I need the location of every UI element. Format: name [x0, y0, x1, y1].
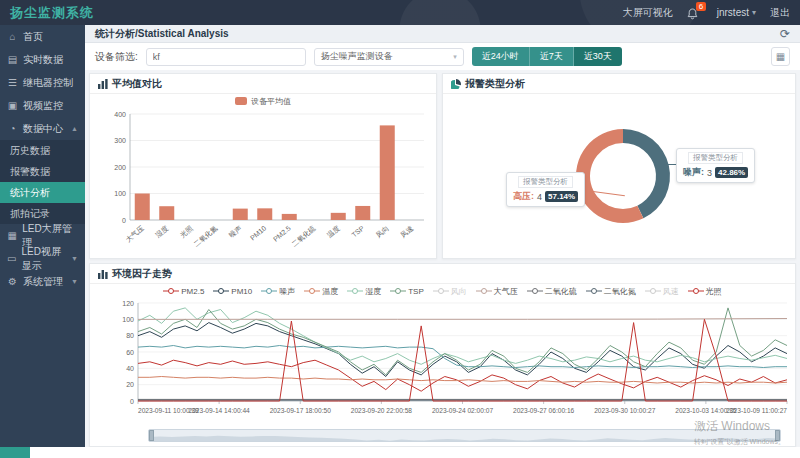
- environment-trend-panel: 环境因子走势 PM2.5PM10噪声温度湿度TSP风向大气压二氧化硫二氧化氮风速…: [89, 263, 796, 447]
- sidebar-item-label: 数据中心: [23, 122, 63, 136]
- range-button-近7天[interactable]: 近7天: [530, 47, 574, 66]
- refresh-icon[interactable]: ⟳: [780, 28, 790, 40]
- legend-item-噪声[interactable]: 噪声: [261, 286, 295, 297]
- legend-item-PM2.5[interactable]: PM2.5: [163, 287, 204, 296]
- svg-text:二氧化硫: 二氧化硫: [290, 224, 317, 248]
- bar-PM2.5[interactable]: [282, 214, 297, 220]
- datazoom-slider[interactable]: [148, 429, 781, 442]
- svg-text:噪声: 噪声: [228, 224, 243, 238]
- sidebar-item-首页[interactable]: ⌂首页: [0, 25, 85, 48]
- tooltip-header: 报警类型分析: [518, 176, 573, 188]
- svg-text:200: 200: [114, 164, 126, 171]
- big-screen-link[interactable]: 大屏可视化: [623, 6, 673, 20]
- app-root: 扬尘监测系统 大屏可视化 6 jnrstest ▾ 退出 ⌂首页▤实时数据☰继电…: [0, 0, 800, 458]
- legend-item-风速[interactable]: 风速: [645, 286, 679, 297]
- average-comparison-panel: 平均值对比 设备平均值 0100200300400大气压湿度光照二氧化氮噪声PM…: [89, 73, 437, 259]
- sidebar-item-报警数据[interactable]: 报警数据: [0, 161, 85, 182]
- legend-label: 湿度: [365, 286, 381, 297]
- legend-marker: [261, 287, 277, 295]
- device-filter-input[interactable]: [146, 48, 306, 66]
- pie-chart-icon: [451, 79, 461, 89]
- sidebar-item-LED视屏显示[interactable]: ▭LED视屏显示▼: [0, 247, 85, 270]
- legend-item-湿度[interactable]: 湿度: [347, 286, 381, 297]
- svg-text:PM10: PM10: [249, 224, 268, 241]
- svg-text:大气压: 大气压: [124, 224, 145, 243]
- donut-chart-area: 报警类型分析高压:457.14%报警类型分析噪声:342.86%: [443, 94, 795, 258]
- app-title: 扬尘监测系统: [10, 4, 94, 22]
- line-chart-icon: [98, 269, 108, 279]
- legend-item-二氧化氮[interactable]: 二氧化氮: [586, 286, 636, 297]
- home-icon: ⌂: [7, 31, 18, 42]
- svg-text:300: 300: [114, 137, 126, 144]
- notification-bell-icon[interactable]: 6: [687, 6, 703, 20]
- sidebar-item-数据中心[interactable]: ◔数据中心▲: [0, 117, 85, 140]
- svg-text:2023-09-24 02:00:07: 2023-09-24 02:00:07: [432, 407, 494, 414]
- sidebar-item-历史数据[interactable]: 历史数据: [0, 140, 85, 161]
- slice-value: 4: [537, 192, 542, 202]
- legend-label: 二氧化硫: [545, 286, 577, 297]
- legend-item-PM10[interactable]: PM10: [213, 287, 252, 296]
- legend-item-大气压[interactable]: 大气压: [476, 286, 518, 297]
- line-series-湿度[interactable]: [138, 308, 787, 364]
- sidebar-item-label: 继电器控制: [23, 76, 73, 90]
- led-screen-icon: ▦: [7, 230, 17, 241]
- legend-label: 噪声: [279, 286, 295, 297]
- legend-label: 大气压: [494, 286, 518, 297]
- svg-text:二氧化氮: 二氧化氮: [192, 224, 219, 248]
- svg-text:2023-09-30 10:00:27: 2023-09-30 10:00:27: [594, 407, 656, 414]
- legend-marker: [390, 287, 406, 295]
- svg-text:PM2.5: PM2.5: [272, 224, 292, 242]
- device-type-select[interactable]: 扬尘噪声监测设备 ▾: [314, 48, 464, 66]
- legend-label: 风速: [663, 286, 679, 297]
- legend-marker: [645, 287, 661, 295]
- filter-toolbar: 设备筛选: 扬尘噪声监测设备 ▾ 近24小时近7天近30天 ▦: [85, 43, 800, 70]
- bar-湿度[interactable]: [159, 206, 174, 220]
- svg-text:60: 60: [126, 349, 134, 356]
- legend-item-光照[interactable]: 光照: [688, 286, 722, 297]
- svg-text:0: 0: [122, 217, 126, 224]
- export-button[interactable]: ▦: [771, 47, 790, 66]
- tooltip-header: 报警类型分析: [688, 152, 743, 164]
- bar-legend[interactable]: 设备平均值: [90, 94, 436, 108]
- sidebar-item-继电器控制[interactable]: ☰继电器控制: [0, 71, 85, 94]
- donut-slice-噪声[interactable]: [623, 129, 670, 218]
- bar-TSP[interactable]: [355, 206, 370, 220]
- legend-marker: [586, 287, 602, 295]
- bar-风向[interactable]: [380, 125, 395, 220]
- datazoom-right-handle[interactable]: [775, 430, 780, 441]
- legend-item-风向[interactable]: 风向: [433, 286, 467, 297]
- range-button-近24小时[interactable]: 近24小时: [472, 47, 530, 66]
- datazoom-left-handle[interactable]: [149, 430, 154, 441]
- chevron-down-icon: ▼: [71, 255, 78, 262]
- pie-panel-title: 报警类型分析: [465, 77, 525, 91]
- system-settings-icon: ⚙: [7, 276, 18, 287]
- svg-text:100: 100: [114, 190, 126, 197]
- sidebar-item-统计分析[interactable]: 统计分析: [0, 182, 85, 203]
- logout-link[interactable]: 退出: [770, 6, 790, 20]
- bar-噪声[interactable]: [233, 209, 248, 220]
- bar-温度[interactable]: [331, 213, 346, 220]
- sidebar-item-系统管理[interactable]: ⚙系统管理▼: [0, 270, 85, 293]
- bar-大气压[interactable]: [135, 194, 150, 221]
- tooltip-row: 噪声:342.86%: [683, 166, 748, 179]
- legend-marker: [476, 287, 492, 295]
- datazoom-preview: [149, 431, 780, 442]
- sidebar-item-label: 实时数据: [23, 53, 63, 67]
- legend-item-二氧化硫[interactable]: 二氧化硫: [527, 286, 577, 297]
- bar-PM10[interactable]: [257, 208, 272, 220]
- main-content: 统计分析/Statistical Analysis ⟳ 设备筛选: 扬尘噪声监测…: [85, 25, 800, 447]
- sidebar-item-实时数据[interactable]: ▤实时数据: [0, 48, 85, 71]
- user-menu[interactable]: jnrstest ▾: [717, 7, 756, 18]
- legend-item-温度[interactable]: 温度: [304, 286, 338, 297]
- range-button-近30天[interactable]: 近30天: [574, 47, 622, 66]
- svg-text:风向: 风向: [375, 224, 391, 239]
- legend-marker: [688, 287, 704, 295]
- line-series-TSP[interactable]: [138, 308, 787, 375]
- line-series-光照[interactable]: [138, 319, 787, 401]
- legend-item-TSP[interactable]: TSP: [390, 287, 424, 296]
- slice-name: 噪声:: [683, 166, 704, 179]
- svg-text:光照: 光照: [179, 224, 195, 239]
- svg-text:80: 80: [126, 332, 134, 339]
- sidebar-item-视频监控[interactable]: ▣视频监控: [0, 94, 85, 117]
- line-series-大气压[interactable]: [138, 319, 787, 320]
